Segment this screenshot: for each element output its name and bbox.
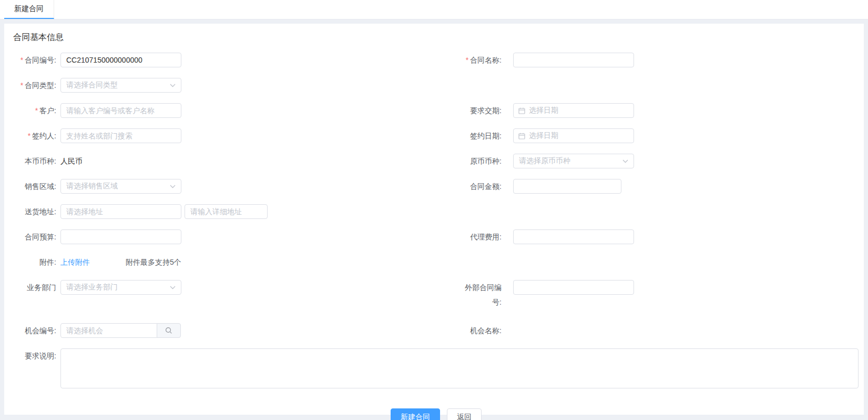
attachment-label: 附件: — [13, 255, 56, 269]
required-mark: * — [21, 81, 23, 89]
contract-type-placeholder: 请选择合同类型 — [66, 81, 118, 90]
contract-name-label: *合同名称: — [457, 53, 502, 67]
sales-region-label: 销售区域: — [13, 179, 56, 194]
tab-label: 新建合同 — [14, 4, 44, 14]
required-delivery-placeholder: 选择日期 — [529, 106, 558, 115]
tab-bar: 新建合同 — [0, 0, 868, 19]
form-row: 机会编号: 机会名称: — [13, 323, 859, 338]
contract-type-label: *合同类型: — [13, 78, 56, 93]
form-row: *合同类型: 请选择合同类型 — [13, 78, 859, 93]
signer-input[interactable] — [60, 128, 181, 143]
form-row: 合同预算: 代理费用: — [13, 229, 859, 244]
opportunity-no-input[interactable] — [60, 323, 157, 338]
required-delivery-datepicker[interactable]: 选择日期 — [513, 103, 634, 118]
form-row: 送货地址: — [13, 204, 859, 219]
contract-amount-input[interactable] — [513, 179, 621, 194]
local-currency-label: 本币币种: — [13, 154, 56, 168]
delivery-address-label: 送货地址: — [13, 204, 56, 219]
section-title: 合同基本信息 — [13, 32, 859, 43]
required-mark: * — [35, 106, 38, 115]
calendar-icon — [518, 107, 525, 114]
required-mark: * — [28, 132, 30, 140]
opportunity-no-label: 机会编号: — [13, 323, 56, 338]
form-actions: 新建合同 返回 — [13, 408, 859, 420]
attachment-hint: 附件最多支持5个 — [126, 255, 181, 269]
opportunity-name-label: 机会名称: — [457, 323, 502, 338]
requirement-desc-label: 要求说明: — [13, 348, 56, 363]
local-currency-value: 人民币 — [60, 154, 83, 168]
sign-date-label: 签约日期: — [457, 128, 502, 143]
sign-date-placeholder: 选择日期 — [529, 131, 558, 141]
form-row: *合同编号: *合同名称: — [13, 53, 859, 67]
contract-no-label: *合同编号: — [13, 53, 56, 67]
opportunity-search-button[interactable] — [157, 323, 181, 338]
requirement-desc-textarea[interactable] — [60, 348, 859, 388]
external-contract-no-label: 外部合同编号: — [457, 280, 502, 309]
form-row: *签约人: 签约日期: 选择日期 — [13, 128, 859, 143]
form-row: 业务部门 请选择业务部门 外部合同编号: — [13, 280, 859, 309]
contract-type-select[interactable]: 请选择合同类型 — [60, 78, 181, 93]
back-button[interactable]: 返回 — [447, 408, 482, 420]
submit-new-contract-button[interactable]: 新建合同 — [391, 408, 440, 420]
form-row: *客户: 要求交期: 选择日期 — [13, 103, 859, 118]
form-row: 本币币种: 人民币 原币币种: 请选择原币币种 — [13, 154, 859, 168]
external-contract-no-input[interactable] — [513, 280, 634, 295]
opportunity-no-group — [60, 323, 181, 338]
chevron-down-icon — [170, 185, 176, 188]
required-mark: * — [466, 56, 468, 64]
original-currency-select[interactable]: 请选择原币币种 — [513, 154, 634, 168]
business-dept-label: 业务部门 — [13, 280, 56, 295]
delivery-address-detail-input[interactable] — [185, 204, 268, 219]
required-delivery-label: 要求交期: — [457, 103, 502, 118]
form-row: 附件: 上传附件 附件最多支持5个 — [13, 255, 859, 269]
business-dept-select[interactable]: 请选择业务部门 — [60, 280, 181, 295]
agency-fee-input[interactable] — [513, 229, 634, 244]
chevron-down-icon — [170, 286, 176, 289]
signer-label: *签约人: — [13, 128, 56, 143]
contract-name-input[interactable] — [513, 53, 634, 67]
chevron-down-icon — [622, 159, 628, 163]
sign-date-datepicker[interactable]: 选择日期 — [513, 128, 634, 143]
upload-attachment-link[interactable]: 上传附件 — [60, 255, 90, 269]
sales-region-select[interactable]: 请选择销售区域 — [60, 179, 181, 194]
search-icon — [165, 327, 172, 334]
delivery-address-area-input[interactable] — [60, 204, 181, 219]
chevron-down-icon — [170, 84, 176, 87]
sales-region-placeholder: 请选择销售区域 — [66, 182, 118, 191]
contract-no-input[interactable] — [60, 53, 181, 67]
original-currency-label: 原币币种: — [457, 154, 502, 168]
customer-input[interactable] — [60, 103, 181, 118]
calendar-icon — [518, 133, 525, 139]
form-row: 销售区域: 请选择销售区域 合同金额: — [13, 179, 859, 194]
original-currency-placeholder: 请选择原币币种 — [519, 156, 570, 166]
contract-form-card: 合同基本信息 *合同编号: *合同名称: *合同类型: 请选择合同类型 *客户:… — [4, 24, 864, 415]
contract-budget-input[interactable] — [60, 229, 181, 244]
contract-budget-label: 合同预算: — [13, 229, 56, 244]
contract-amount-label: 合同金额: — [457, 179, 502, 194]
customer-label: *客户: — [13, 103, 56, 118]
agency-fee-label: 代理费用: — [457, 229, 502, 244]
form-row: 要求说明: — [13, 348, 859, 388]
tab-new-contract[interactable]: 新建合同 — [4, 0, 54, 19]
required-mark: * — [21, 56, 23, 64]
business-dept-placeholder: 请选择业务部门 — [66, 283, 118, 292]
